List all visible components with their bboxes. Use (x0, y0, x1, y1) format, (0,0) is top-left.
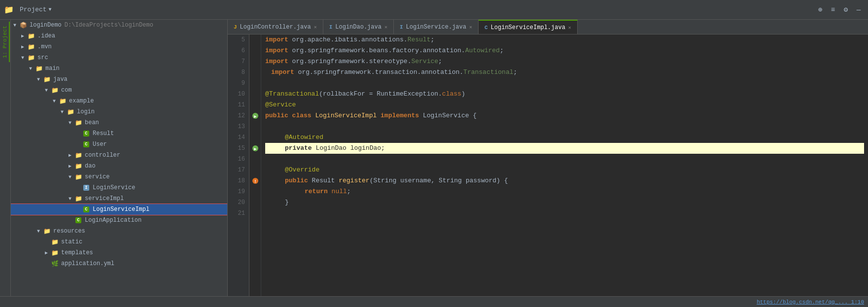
code-line-18: public Result register(String username, … (265, 175, 864, 186)
tab-close-LoginController[interactable]: ✕ (314, 24, 317, 30)
code-line-16 (265, 154, 864, 165)
code-line-15: private LoginDao loginDao; (265, 143, 864, 154)
top-icon-settings[interactable]: ⚙ (840, 4, 851, 15)
ln-15: 15 (232, 143, 245, 154)
code-line-17: @Override (265, 165, 864, 175)
status-bar: https://blog.csdn.net/qq_... 1:10 (0, 296, 868, 307)
label-mvn: .mvn (37, 43, 52, 50)
arrow-com: ▼ (42, 88, 50, 93)
tree-item-example[interactable]: ▼ 📁 example (11, 96, 227, 106)
label-com: com (61, 87, 72, 94)
gutter-8 (249, 67, 261, 78)
tree-item-LoginServiceImpl[interactable]: C LoginServiceImpl (11, 204, 227, 215)
tree-item-mvn[interactable]: ▶ 📁 .mvn (11, 41, 227, 52)
tree-item-resources[interactable]: ▼ 📁 resources (11, 226, 227, 237)
gutter-13 (249, 121, 261, 132)
icon-com: 📁 (50, 86, 59, 95)
tree-item-login[interactable]: ▼ 📁 login (11, 106, 227, 117)
label-static: static (61, 239, 82, 245)
ln-17: 17 (232, 165, 245, 175)
ln-20: 20 (232, 197, 245, 208)
tree-item-templates[interactable]: ▶ 📁 templates (11, 247, 227, 258)
icon-resources: 📁 (42, 227, 51, 236)
tree-item-service[interactable]: ▼ 📁 service (11, 171, 227, 182)
code-editor: 5 6 7 8 9 10 11 12 13 14 15 16 17 18 19 … (228, 34, 868, 296)
icon-src: 📁 (27, 53, 35, 62)
svg-text:▶: ▶ (254, 114, 257, 119)
label-User: User (93, 141, 107, 148)
gutter-5 (249, 34, 261, 45)
code-content[interactable]: import org.apache.ibatis.annotations.Res… (261, 34, 868, 296)
status-url[interactable]: https://blog.csdn.net/qq_... 1:10 (4, 299, 864, 305)
tree-item-src[interactable]: ▼ 📁 src (11, 52, 227, 63)
icon-service: 📁 (74, 172, 83, 181)
top-icon-list[interactable]: ≡ (828, 4, 838, 15)
tab-close-LoginDao[interactable]: ✕ (384, 24, 387, 30)
main-layout: 1: Project ▼ 📦 loginDemo D:\IdeaProjects… (0, 20, 868, 296)
top-icon-add[interactable]: ⊕ (815, 4, 826, 15)
icon-project: 📦 (19, 21, 28, 30)
ln-21: 21 (232, 208, 245, 219)
project-label[interactable]: Project ▼ (16, 4, 56, 15)
tree-item-User[interactable]: C User (11, 139, 227, 150)
tab-LoginServiceImpl[interactable]: C LoginServiceImpl.java ✕ (479, 20, 578, 34)
code-line-9 (265, 78, 864, 89)
tab-close-LoginService[interactable]: ✕ (469, 24, 472, 30)
ln-9: 9 (232, 78, 245, 89)
label-LoginApplication: LoginApplication (85, 217, 141, 224)
icon-java: 📁 (42, 75, 51, 84)
label-LoginServiceImpl: LoginServiceImpl (93, 206, 149, 213)
tree-item-static[interactable]: 📁 static (11, 237, 227, 247)
tree-item-application-yml[interactable]: 🌿 application.yml (11, 258, 227, 269)
gutter-17 (249, 165, 261, 175)
code-line-13 (265, 121, 864, 132)
tab-icon-LoginDao: I (329, 24, 333, 30)
arrow-bean: ▼ (66, 120, 74, 126)
label-service: service (85, 173, 109, 180)
project-dropdown-arrow: ▼ (49, 7, 52, 12)
tree-item-controller[interactable]: ▶ 📁 controller (11, 150, 227, 161)
tree-item-bean[interactable]: ▼ 📁 bean (11, 117, 227, 128)
tab-LoginService[interactable]: I LoginService.java ✕ (394, 20, 479, 34)
tree-item-dao[interactable]: ▶ 📁 dao (11, 161, 227, 171)
sidebar: ▼ 📦 loginDemo D:\IdeaProjects\loginDemo … (11, 20, 228, 296)
tab-LoginDao[interactable]: I LoginDao.java ✕ (323, 20, 394, 34)
tree-item-loginDemo[interactable]: ▼ 📦 loginDemo D:\IdeaProjects\loginDemo (11, 20, 227, 31)
ln-13: 13 (232, 121, 245, 132)
arrow-service: ▼ (66, 174, 74, 180)
label-loginDemo-path: D:\IdeaProjects\loginDemo (65, 22, 153, 29)
icon-static: 📁 (50, 238, 59, 246)
tree-item-Result[interactable]: C Result (11, 128, 227, 139)
tab-icon-LoginServiceImpl: C (485, 25, 488, 31)
icon-idea: 📁 (27, 32, 35, 40)
tab-close-LoginServiceImpl[interactable]: ✕ (568, 25, 571, 31)
ln-18: 18 (232, 175, 245, 186)
tab-label-LoginController: LoginController.java (240, 24, 311, 31)
tree-item-LoginService[interactable]: I LoginService (11, 182, 227, 193)
gutter-15: ▶ (249, 143, 261, 154)
code-line-20: } (265, 197, 864, 208)
gutter-21 (249, 208, 261, 219)
ln-16: 16 (232, 154, 245, 165)
gutter-16 (249, 154, 261, 165)
arrow-example: ▼ (50, 99, 58, 104)
arrow-serviceImpl: ▼ (66, 196, 74, 202)
tree-item-java[interactable]: ▼ 📁 java (11, 74, 227, 85)
top-icon-minimize[interactable]: — (853, 4, 864, 15)
gutter-12: ▶ (249, 110, 261, 121)
gutter-11 (249, 100, 261, 110)
label-src: src (37, 54, 48, 61)
icon-yml: 🌿 (50, 259, 59, 268)
tree-item-serviceImpl[interactable]: ▼ 📁 serviceImpl (11, 193, 227, 204)
tree-item-LoginApplication[interactable]: C LoginApplication (11, 215, 227, 226)
tree-item-main[interactable]: ▼ 📁 main (11, 63, 227, 74)
tree-item-idea[interactable]: ▶ 📁 .idea (11, 31, 227, 41)
icon-LoginServiceImpl: C (82, 205, 91, 214)
ln-7: 7 (232, 56, 245, 67)
project-tab-label[interactable]: 1: Project (1, 22, 10, 62)
gutter-9 (249, 78, 261, 89)
tab-LoginController[interactable]: J LoginController.java ✕ (228, 20, 323, 34)
tree-item-com[interactable]: ▼ 📁 com (11, 85, 227, 96)
label-controller: controller (85, 152, 120, 159)
top-bar: 📁 Project ▼ ⊕ ≡ ⚙ — (0, 0, 868, 20)
